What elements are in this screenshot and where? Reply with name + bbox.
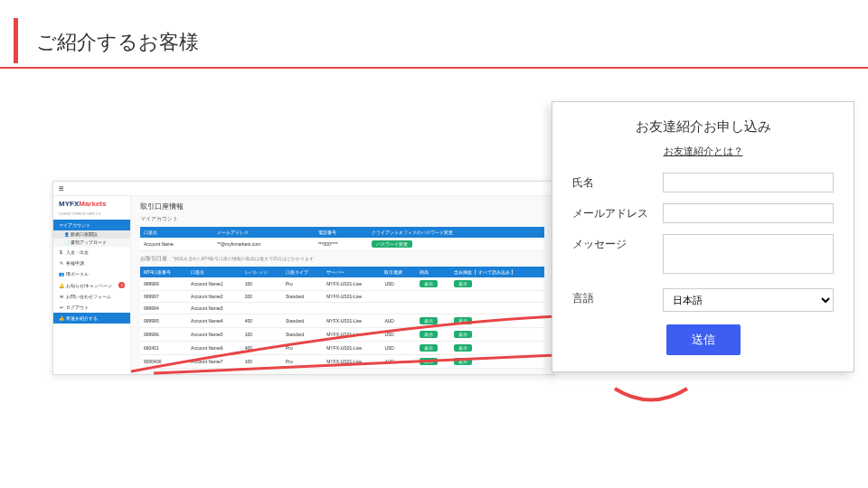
sidebar: MYFXMarkets CLIENT OFFICE VER 2.0 マイアカウン… [53,196,131,374]
logo-subtitle: CLIENT OFFICE VER 2.0 [53,211,130,220]
section-account-sub: マイアカウント [140,215,544,223]
nav-icon: ↩ [59,305,63,310]
show-button[interactable]: 表示 [420,331,438,338]
nav-icon: 👤 [64,232,69,237]
table-row: 999994Account Name3 [140,303,544,314]
show-button[interactable]: 表示 [420,344,438,352]
app-topbar: ≡ [53,182,553,196]
nav-icon: 📄 [64,240,69,245]
section-trading-note: *残高を含めたMT4取引口座の情報の取得は最大で15分ほどかかります [173,257,314,261]
sidebar-item[interactable]: ✎各種申請 [53,258,130,268]
label-message: メッセージ [572,234,663,252]
show-button[interactable]: 表示 [420,358,438,365]
show-button[interactable]: 表示 [454,280,472,287]
sidebar-item[interactable]: 👍友達を紹介する [53,313,130,324]
nav-icon: ✎ [59,260,63,266]
nav-icon: ✉ [59,294,63,299]
sidebar-item[interactable]: マイアカウント [53,220,130,230]
account-table: 口座名メールアドレス電話番号クライアントオフィスのパスワード変更 Account… [140,227,544,251]
main-panel: 取引口座情報 マイアカウント 口座名メールアドレス電話番号クライアントオフィスの… [131,196,553,374]
table-row: 999995Account Name4400StandardMYFX-US01-… [140,314,544,328]
show-button[interactable]: 表示 [454,344,472,352]
table-row: 9000400Account Name7100ProMYFX-US01-Live… [140,355,544,369]
label-lang: 言語 [572,288,663,306]
nav-icon: 👥 [59,271,63,277]
table-row: 999999Account Name1100ProMYFX-US01-LiveU… [140,277,544,291]
show-button[interactable]: 表示 [420,280,438,287]
message-textarea[interactable] [663,234,834,274]
sidebar-item[interactable]: ↩ログアウト [53,302,130,313]
table-row: 660401Account Name6400ProMYFX-US01-LiveU… [140,342,544,355]
hamburger-icon[interactable]: ≡ [59,183,64,193]
logo: MYFXMarkets [53,196,130,211]
sidebar-item[interactable]: 📄書類アップロード [53,239,130,247]
nav-icon: $ [59,249,63,255]
badge: 3 [118,282,125,288]
label-name: 氏名 [572,173,663,191]
app-screenshot: ≡ MYFXMarkets CLIENT OFFICE VER 2.0 マイアカ… [52,181,554,375]
email-input[interactable] [663,203,834,223]
table-row: 999997Account Name2200StandardMYFX-US01-… [140,291,544,303]
sidebar-item[interactable]: $入金・出金 [53,247,130,258]
sidebar-item[interactable]: 👥IBポータル [53,268,130,279]
section-trading-title: お取引口座 [140,255,167,263]
title-underline [0,67,868,69]
show-button[interactable]: 表示 [454,331,472,338]
name-input[interactable] [663,173,834,192]
show-button[interactable]: 表示 [454,358,472,365]
nav-icon: 👍 [59,315,63,321]
table-row: 999996Account Name5100StandardMYFX-US01-… [140,328,544,342]
nav-icon: 🔔 [59,283,63,288]
label-email: メールアドレス [572,203,663,221]
sidebar-item[interactable]: 👤新規口座開設 [53,230,130,239]
lang-select[interactable]: 日本語 [663,288,834,312]
referral-form: お友達紹介お申し込み お友達紹介とは？ 氏名 メールアドレス メッセージ 言語 … [552,101,854,372]
form-title: お友達紹介お申し込み [572,118,834,136]
form-help-link[interactable]: お友達紹介とは？ [664,145,743,156]
trading-table: MT4口座番号口座名レバレッジ口座タイプサーバー取引通貨残高含み損益【 すべて読… [140,267,544,369]
show-button[interactable]: 表示 [420,317,438,324]
page-title: ご紹介するお客様 [14,18,868,63]
section-account-title: 取引口座情報 [140,202,544,211]
submit-button[interactable]: 送信 [666,324,741,355]
password-change-button[interactable]: パスワード変更 [372,240,412,248]
sidebar-item[interactable]: 🔔お知らせ/キャンペーン3 [53,279,130,291]
show-button[interactable]: 表示 [454,317,472,324]
sidebar-item[interactable]: ✉お問い合わせフォーム [53,291,130,302]
